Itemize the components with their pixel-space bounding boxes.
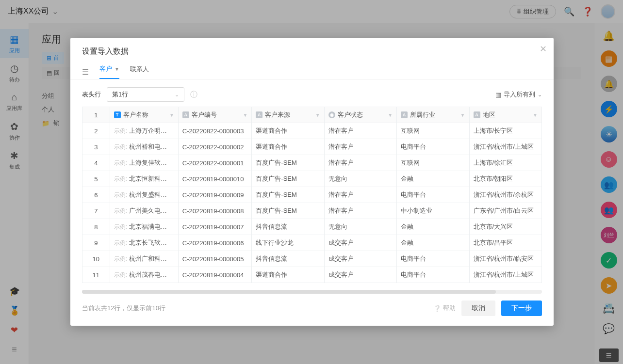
cell-source: 渠道商合作 [252,123,324,139]
cell-source: 线下行业沙龙 [252,235,324,251]
cell-industry: 金融 [397,219,469,235]
cell-status: 无意向 [324,171,396,187]
row-number: 2 [82,123,110,139]
import-modal: ✕ 设置导入数据 ☰ 客户 ▼ 联系人 表头行 第1行 ⌄ ⓘ ▥ 导入所有列 … [70,38,554,326]
cell-source: 抖音信息流 [252,219,324,235]
cell-name: 示例:上海复佳软… [110,155,178,171]
cell-name: 示例:北京福满电… [110,219,178,235]
header-row-value: 第1行 [112,90,128,99]
cell-source: 百度广告-SEM [252,155,324,171]
import-table: 1 T客户名称▼ A客户编号▼ A客户来源▼ ◉客户状态▼ A所属行业▼ A地区… [82,107,542,283]
row-number: 8 [82,219,110,235]
tab-label: 联系人 [130,65,149,74]
cell-name: 示例:杭州广和科… [110,251,178,267]
next-button[interactable]: 下一步 [501,301,542,316]
row-number: 11 [82,267,110,283]
cell-industry: 电商平台 [397,251,469,267]
cell-region: 浙江省/杭州市/上城区 [469,267,541,283]
cell-region: 浙江省/杭州市/余杭区 [469,187,541,203]
cell-name: 示例:广州美久电… [110,203,178,219]
chevron-down-icon: ▼ [243,112,247,118]
row-number: 9 [82,235,110,251]
cell-code: C-20220819-0000008 [178,203,251,219]
cell-region: 北京市/大兴区 [469,219,541,235]
cell-code: C-20220819-0000007 [178,219,251,235]
header-rownum: 1 [82,107,110,123]
table-row[interactable]: 8示例:北京福满电…C-20220819-0000007抖音信息流无意向金融北京… [82,219,542,235]
horizontal-scrollbar[interactable] [82,290,542,294]
cell-name: 示例:北京长飞软… [110,235,178,251]
row-number: 6 [82,187,110,203]
table-row[interactable]: 3示例:杭州裕和电…C-20220822-0000002渠道商合作潜在客户电商平… [82,139,542,155]
help-label: 帮助 [443,304,456,313]
cell-region: 上海市/长宁区 [469,123,541,139]
table-row[interactable]: 9示例:北京长飞软…C-20220819-0000006线下行业沙龙成交客户金融… [82,235,542,251]
cell-source: 渠道商合作 [252,267,324,283]
cell-source: 百度广告-SEM [252,203,324,219]
cell-status: 潜在客户 [324,123,396,139]
chevron-down-icon: ▼ [460,112,465,118]
cell-code: C-20220822-0000002 [178,139,251,155]
cell-code: C-20220822-0000001 [178,155,251,171]
chevron-down-icon: ▼ [533,112,538,118]
cell-name: 示例:杭州裕和电… [110,139,178,155]
cell-code: C-20220819-0000004 [178,267,251,283]
col-header-region[interactable]: A地区▼ [469,107,541,123]
cell-code: C-20220819-0000005 [178,251,251,267]
modal-title: 设置导入数据 [82,47,542,57]
table-row[interactable]: 5示例:北京恒新科…C-20220819-0000010百度广告-SEM无意向金… [82,171,542,187]
chevron-down-icon[interactable]: ▼ [115,66,119,72]
chevron-down-icon: ⌄ [175,92,179,98]
cell-region: 浙江省/杭州市/临安区 [469,251,541,267]
chevron-down-icon: ▼ [388,112,393,118]
cell-name: 示例:北京恒新科… [110,171,178,187]
cell-region: 北京市/朝阳区 [469,171,541,187]
chevron-down-icon: ▼ [315,112,320,118]
table-row[interactable]: 10示例:杭州广和科…C-20220819-0000005抖音信息流成交客户电商… [82,251,542,267]
cell-industry: 电商平台 [397,267,469,283]
cell-status: 成交客户 [324,235,396,251]
cell-status: 潜在客户 [324,203,396,219]
cancel-button[interactable]: 取消 [461,301,495,316]
tab-customer[interactable]: 客户 ▼ [99,64,119,79]
cell-source: 百度广告-SEM [252,187,324,203]
row-number: 3 [82,139,110,155]
close-icon[interactable]: ✕ [540,44,547,54]
header-row-select[interactable]: 第1行 ⌄ [107,87,184,102]
cell-code: C-20220819-0000006 [178,235,251,251]
cell-status: 潜在客户 [324,155,396,171]
cell-industry: 金融 [397,171,469,187]
row-number: 7 [82,203,110,219]
header-row-label: 表头行 [82,90,101,99]
cell-code: C-20220819-0000009 [178,187,251,203]
col-header-name[interactable]: T客户名称▼ [110,107,178,123]
table-row[interactable]: 11示例:杭州茂春电…C-20220819-0000004渠道商合作成交客户电商… [82,267,542,283]
cell-code: C-20220819-0000010 [178,171,251,187]
table-row[interactable]: 4示例:上海复佳软…C-20220822-0000001百度广告-SEM潜在客户… [82,155,542,171]
cell-status: 成交客户 [324,251,396,267]
cell-status: 无意向 [324,219,396,235]
table-row[interactable]: 6示例:杭州复盛科…C-20220819-0000009百度广告-SEM潜在客户… [82,187,542,203]
col-header-source[interactable]: A客户来源▼ [252,107,324,123]
cell-industry: 金融 [397,235,469,251]
tabs-menu-icon[interactable]: ☰ [82,67,89,77]
col-header-status[interactable]: ◉客户状态▼ [324,107,396,123]
tab-contact[interactable]: 联系人 [130,65,149,79]
info-icon[interactable]: ⓘ [190,90,197,99]
import-all-columns[interactable]: ▥ 导入所有列 ⌄ [495,90,542,99]
cell-industry: 互联网 [397,123,469,139]
table-header-row: 1 T客户名称▼ A客户编号▼ A客户来源▼ ◉客户状态▼ A所属行业▼ A地区… [82,107,542,123]
cell-status: 潜在客户 [324,187,396,203]
cell-source: 百度广告-SEM [252,171,324,187]
cell-region: 上海市/徐汇区 [469,155,541,171]
table-row[interactable]: 7示例:广州美久电…C-20220819-0000008百度广告-SEM潜在客户… [82,203,542,219]
cell-code: C-20220822-0000003 [178,123,251,139]
col-header-industry[interactable]: A所属行业▼ [397,107,469,123]
row-number: 10 [82,251,110,267]
col-header-code[interactable]: A客户编号▼ [178,107,251,123]
cell-region: 浙江省/杭州市/上城区 [469,139,541,155]
help-link[interactable]: ❔ 帮助 [433,304,456,313]
import-all-label: 导入所有列 [504,90,535,99]
table-row[interactable]: 2示例:上海万企明…C-20220822-0000003渠道商合作潜在客户互联网… [82,123,542,139]
cell-region: 北京市/昌平区 [469,235,541,251]
